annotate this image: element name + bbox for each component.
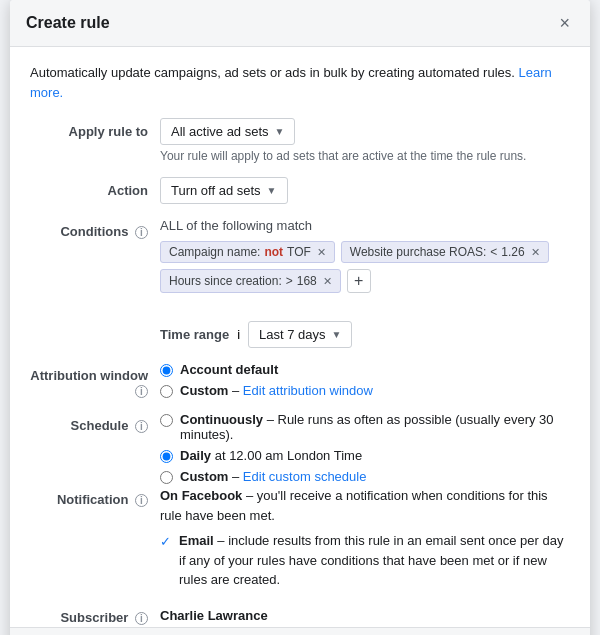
attribution-row: Attribution window i Account default Cus… [30,362,570,398]
time-range-info-icon: i [237,327,240,342]
notification-label: Notification i [30,486,160,507]
time-range-empty [30,313,160,319]
schedule-custom-label[interactable]: Custom – Edit custom schedule [180,469,366,484]
conditions-info-icon: i [135,226,148,239]
attribution-info-icon: i [135,385,148,398]
condition-tag-hours: Hours since creation: > 168 ✕ [160,269,341,293]
subscriber-label: Subscriber i [30,604,160,625]
dropdown-arrow-icon: ▼ [332,329,342,340]
dropdown-arrow-icon: ▼ [267,185,277,196]
apply-rule-subtext: Your rule will apply to ad sets that are… [160,149,570,163]
modal-footer: Cancel Create [10,627,590,635]
dropdown-arrow-icon: ▼ [275,126,285,137]
schedule-radio-group: Continuously – Rule runs as often as pos… [160,412,570,484]
attribution-account-default: Account default [160,362,570,377]
intro-text: Automatically update campaigns, ad sets … [30,63,570,102]
notification-row: Notification i On Facebook – you'll rece… [30,486,570,590]
conditions-tags-row2: Hours since creation: > 168 ✕ + [160,269,570,293]
schedule-custom-radio[interactable] [160,471,173,484]
attribution-custom-radio[interactable] [160,385,173,398]
edit-schedule-link[interactable]: Edit custom schedule [243,469,367,484]
schedule-label: Schedule i [30,412,160,433]
notification-main-text: On Facebook – you'll receive a notificat… [160,486,570,525]
schedule-daily: Daily at 12.00 am London Time [160,448,570,463]
apply-rule-row: Apply rule to All active ad sets ▼ Your … [30,118,570,163]
action-content: Turn off ad sets ▼ [160,177,570,204]
subscriber-info-icon: i [135,612,148,625]
conditions-label: Conditions i [30,218,160,239]
modal-header: Create rule × [10,0,590,47]
apply-rule-label: Apply rule to [30,118,160,139]
create-rule-modal: Create rule × Automatically update campa… [10,0,590,635]
attribution-radio-group: Account default Custom – Edit attributio… [160,362,570,398]
condition-tag-roas: Website purchase ROAS: < 1.26 ✕ [341,241,549,263]
modal-title: Create rule [26,14,110,32]
notification-email-item: ✓ Email – include results from this rule… [160,531,570,590]
schedule-continuously-radio[interactable] [160,414,173,427]
attribution-content: Account default Custom – Edit attributio… [160,362,570,398]
schedule-info-icon: i [135,420,148,433]
conditions-tags-row1: Campaign name: not TOF ✕ Website purchas… [160,241,570,263]
apply-rule-dropdown[interactable]: All active ad sets ▼ [160,118,295,145]
attribution-default-radio[interactable] [160,364,173,377]
remove-tag-roas[interactable]: ✕ [531,246,540,259]
conditions-match-text: ALL of the following match [160,218,570,233]
action-row: Action Turn off ad sets ▼ [30,177,570,204]
schedule-daily-label[interactable]: Daily at 12.00 am London Time [180,448,362,463]
email-checkmark-icon: ✓ [160,532,171,552]
close-button[interactable]: × [555,14,574,32]
notification-email-text: Email – include results from this rule i… [179,531,570,590]
subscriber-name: Charlie Lawrance [160,604,570,623]
conditions-row: Conditions i ALL of the following match … [30,218,570,299]
conditions-content: ALL of the following match Campaign name… [160,218,570,299]
time-range-row: Time range i Last 7 days ▼ [30,313,570,348]
schedule-content: Continuously – Rule runs as often as pos… [160,412,570,484]
condition-tag-campaign: Campaign name: not TOF ✕ [160,241,335,263]
remove-tag-campaign[interactable]: ✕ [317,246,326,259]
action-dropdown[interactable]: Turn off ad sets ▼ [160,177,288,204]
edit-attribution-link[interactable]: Edit attribution window [243,383,373,398]
attribution-default-label[interactable]: Account default [180,362,278,377]
schedule-continuously-label[interactable]: Continuously – Rule runs as often as pos… [180,412,570,442]
time-range-label: Time range [160,327,229,342]
remove-tag-hours[interactable]: ✕ [323,275,332,288]
apply-rule-content: All active ad sets ▼ Your rule will appl… [160,118,570,163]
subscriber-content: Charlie Lawrance [160,604,570,623]
schedule-continuously: Continuously – Rule runs as often as pos… [160,412,570,442]
attribution-label: Attribution window i [30,362,160,398]
modal-body: Automatically update campaigns, ad sets … [10,47,590,627]
action-label: Action [30,177,160,198]
time-range-content: Time range i Last 7 days ▼ [160,313,570,348]
subscriber-row: Subscriber i Charlie Lawrance [30,604,570,625]
schedule-row: Schedule i Continuously – Rule runs as o… [30,412,570,484]
time-range-dropdown[interactable]: Last 7 days ▼ [248,321,352,348]
attribution-custom: Custom – Edit attribution window [160,383,570,398]
schedule-custom: Custom – Edit custom schedule [160,469,570,484]
schedule-daily-radio[interactable] [160,450,173,463]
notification-content: On Facebook – you'll receive a notificat… [160,486,570,590]
add-condition-button[interactable]: + [347,269,371,293]
notification-info-icon: i [135,494,148,507]
attribution-custom-label[interactable]: Custom – Edit attribution window [180,383,373,398]
